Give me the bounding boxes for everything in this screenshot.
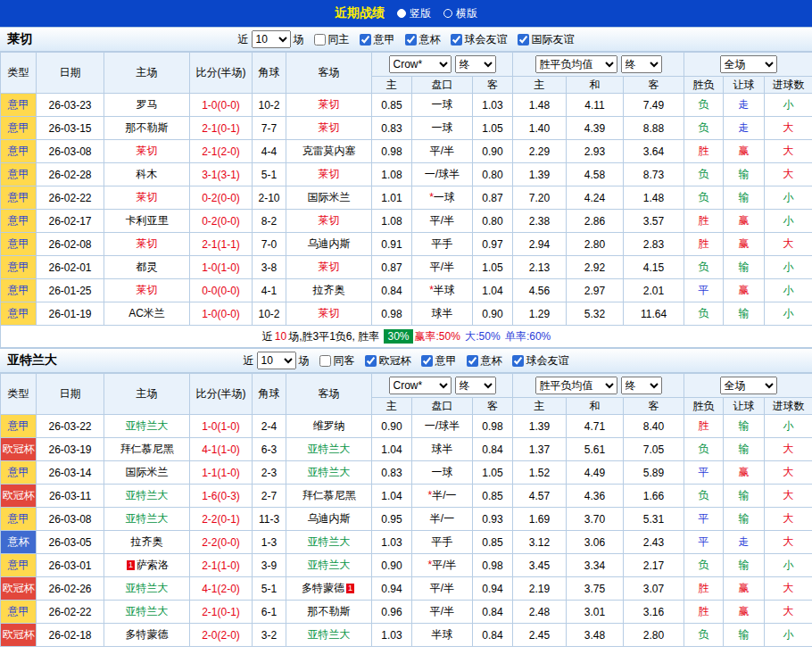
filter-checkbox[interactable] <box>467 355 478 367</box>
filter-option[interactable]: 意甲 <box>421 353 457 369</box>
column-header: 主场 <box>104 374 190 415</box>
filter-checkbox[interactable] <box>518 34 529 46</box>
team-label: 萨索洛 <box>137 559 169 571</box>
wdl-stage-select[interactable]: 终 <box>621 377 662 394</box>
match-count-select[interactable]: 10 <box>252 30 291 48</box>
result-overunder-cell: 小 <box>765 210 812 233</box>
away-win-odds-cell: 2.01 <box>624 279 684 302</box>
filter-checkbox[interactable] <box>405 34 417 46</box>
wdl-average-select[interactable]: 胜平负均值 <box>535 377 617 394</box>
score-cell: 2-2(0-1) <box>190 508 253 531</box>
match-row: 意甲26-03-22亚特兰大1-0(1-0)2-4维罗纳0.90一/球半0.98… <box>1 415 812 438</box>
home-handicap-odds-cell: 0.83 <box>372 117 412 140</box>
home-handicap-odds-cell: 0.95 <box>372 508 412 531</box>
scope-select[interactable]: 全场 <box>720 377 777 394</box>
handicap-text: 一/球半 <box>425 168 460 180</box>
filter-checkbox[interactable] <box>319 355 331 367</box>
radio-icon[interactable] <box>397 9 406 18</box>
home-win-odds-cell: 1.39 <box>513 163 567 186</box>
home-handicap-odds-cell: 0.98 <box>372 302 412 326</box>
result-overunder-cell: 大 <box>765 233 812 256</box>
wdl-stage-select[interactable]: 终 <box>621 55 662 73</box>
filter-option[interactable]: 意杯 <box>467 353 502 369</box>
filter-option[interactable]: 球会友谊 <box>512 353 569 369</box>
filter-checkbox[interactable] <box>314 34 326 46</box>
result-wdl-cell: 胜 <box>684 415 724 438</box>
result-handicap-cell: 输 <box>724 163 765 186</box>
result-overunder-cell: 大 <box>765 140 812 163</box>
match-row: 意甲26-02-22亚特兰大2-1(0-1)6-1那不勒斯0.96平/半0.84… <box>1 601 812 624</box>
filter-option[interactable]: 意甲 <box>360 32 395 47</box>
handicap-line-cell: 平手 <box>412 233 473 256</box>
match-count-select[interactable]: 10 <box>257 352 296 369</box>
home-team-cell: 莱切 <box>104 233 190 256</box>
away-team-cell: 亚特兰大 <box>286 624 372 647</box>
matches-label: 场 <box>294 32 304 47</box>
handicap-text: 平/半 <box>430 605 454 617</box>
filter-checkbox[interactable] <box>451 34 462 46</box>
radio-icon[interactable] <box>443 9 452 18</box>
header-row: 类型日期主场比分(半场)角球客场Crow*终胜平负均值终全场 <box>1 374 812 398</box>
filter-option[interactable]: 国际友谊 <box>518 32 575 47</box>
filter-checkbox[interactable] <box>365 355 377 367</box>
result-handicap-cell: 赢 <box>724 233 765 256</box>
bookmaker-select[interactable]: Crow* <box>389 55 452 73</box>
filter-option[interactable]: 同主 <box>314 32 350 47</box>
away-team-cell: 维罗纳 <box>286 415 372 438</box>
home-handicap-odds-cell: 0.90 <box>372 415 412 438</box>
team-label: 亚特兰大 <box>308 628 351 641</box>
handicap-text: 半/一 <box>430 512 454 525</box>
score-cell: 1-0(0-0) <box>190 302 253 326</box>
result-wdl-cell: 负 <box>684 485 724 508</box>
score-cell: 1-0(0-0) <box>190 94 253 117</box>
sub-column-header: 主 <box>513 77 567 94</box>
filter-checkbox[interactable] <box>360 34 371 46</box>
score-cell: 2-1(0-1) <box>190 601 253 624</box>
score-cell: 0-2(0-0) <box>190 186 253 210</box>
sub-column-header: 进球数 <box>765 398 812 415</box>
team-label: 亚特兰大 <box>308 466 351 478</box>
scope-select[interactable]: 全场 <box>720 55 777 73</box>
sections-container: 莱切近10场同主意甲意杯球会友谊国际友谊类型日期主场比分(半场)角球客场Crow… <box>0 27 812 647</box>
team-label: 拜仁慕尼黑 <box>302 489 356 501</box>
radio-horizontal-layout[interactable]: 横版 <box>443 6 477 21</box>
handicap-text: 球半 <box>432 307 453 319</box>
away-win-odds-cell: 3.64 <box>624 140 684 163</box>
filter-option[interactable]: 同客 <box>319 353 355 369</box>
home-handicap-odds-cell: 0.85 <box>372 94 412 117</box>
radio-vertical-layout[interactable]: 竖版 <box>397 6 431 21</box>
date-cell: 26-02-22 <box>37 186 104 210</box>
away-win-odds-cell: 1.66 <box>624 485 684 508</box>
filter-option[interactable]: 欧冠杯 <box>365 353 411 369</box>
home-team-cell: 多特蒙德 <box>104 624 190 647</box>
handicap-line-cell: *平/半 <box>412 554 473 577</box>
bookmaker-select[interactable]: Crow* <box>389 377 452 394</box>
home-team-cell: 1萨索洛 <box>104 554 190 577</box>
sub-column-header: 客 <box>473 398 513 415</box>
draw-odds-cell: 4.71 <box>567 415 624 438</box>
filter-checkbox[interactable] <box>421 355 433 367</box>
team-label: 那不勒斯 <box>308 605 351 617</box>
home-team-cell: 亚特兰大 <box>104 508 190 531</box>
column-header: 日期 <box>37 374 104 415</box>
filter-checkbox[interactable] <box>512 355 524 367</box>
handicap-text: 一/球半 <box>425 419 460 432</box>
filter-option[interactable]: 意杯 <box>405 32 441 47</box>
score-cell: 1-0(1-0) <box>190 256 253 279</box>
home-team-cell: 亚特兰大 <box>104 485 190 508</box>
wdl-average-select[interactable]: 胜平负均值 <box>535 55 617 73</box>
odds-stage-select[interactable]: 终 <box>455 55 496 73</box>
match-row: 意甲26-01-19AC米兰1-0(0-0)10-2莱切0.98球半0.901.… <box>1 302 812 326</box>
result-wdl-cell: 平 <box>684 531 724 554</box>
away-win-odds-cell: 8.73 <box>624 163 684 186</box>
odds-stage-select[interactable]: 终 <box>455 377 496 394</box>
home-win-odds-cell: 2.19 <box>513 577 567 601</box>
handicap-odds-group-header: Crow*终 <box>372 53 513 77</box>
filter-option[interactable]: 球会友谊 <box>451 32 508 47</box>
column-header: 客场 <box>286 53 372 94</box>
result-wdl-cell: 平 <box>684 279 724 302</box>
date-cell: 26-03-19 <box>37 438 104 461</box>
team-label: 莱切 <box>137 237 158 250</box>
home-team-cell: 莱切 <box>104 140 190 163</box>
date-cell: 26-01-25 <box>37 279 104 302</box>
